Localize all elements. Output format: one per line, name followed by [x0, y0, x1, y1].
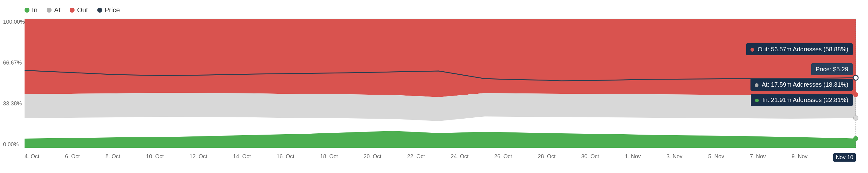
x-label-8: 20. Oct: [364, 153, 381, 162]
area-at: [25, 93, 856, 121]
legend-item-out: Out: [70, 6, 88, 14]
x-label-16: 5. Nov: [708, 153, 724, 162]
chart-svg: [25, 19, 856, 148]
x-label-6: 16. Oct: [276, 153, 294, 162]
y-label-67: 66.67%: [3, 60, 25, 66]
tooltip-dot-at: [755, 83, 758, 87]
x-label-18: 9. Nov: [792, 153, 808, 162]
legend-label-at: At: [54, 6, 60, 14]
legend-dot-in: [25, 8, 29, 12]
in-dot: [853, 136, 858, 141]
tooltip-dot-in: [755, 98, 759, 102]
area-out: [25, 19, 856, 97]
tooltip-in-label: In: 21.91m Addresses (22.81%): [763, 96, 848, 103]
legend-label-in: In: [32, 6, 37, 14]
legend-label-price: Price: [105, 6, 120, 14]
tooltip-at: At: 17.59m Addresses (18.31%): [750, 79, 852, 91]
tooltip-out: Out: 56.57m Addresses (58.88%): [746, 43, 852, 55]
x-label-4: 12. Oct: [190, 153, 208, 162]
x-label-9: 22. Oct: [407, 153, 425, 162]
tooltip-at-label: At: 17.59m Addresses (18.31%): [762, 81, 848, 88]
x-label-1: 6. Oct: [65, 153, 80, 162]
x-label-7: 18. Oct: [320, 153, 338, 162]
tooltip-price: Price: $5.29: [811, 63, 852, 75]
tooltip-price-label: Price: $5.29: [815, 66, 848, 73]
tooltip-out-label: Out: 56.57m Addresses (58.88%): [757, 46, 848, 53]
chart-legend: In At Out Price: [25, 6, 856, 14]
out-dot: [853, 92, 858, 97]
x-label-17: 7. Nov: [750, 153, 766, 162]
chart-container: In At Out Price 100.00% 66.67% 33.38% 0.…: [0, 0, 868, 173]
chart-area: 100.00% 66.67% 33.38% 0.00% $6 $5 $4: [25, 19, 856, 148]
legend-item-at: At: [46, 6, 60, 14]
legend-dot-price: [97, 8, 102, 12]
y-label-100: 100.00%: [3, 19, 25, 25]
x-label-14: 1. Nov: [625, 153, 641, 162]
x-label-12: 28. Oct: [538, 153, 556, 162]
y-axis-left: 100.00% 66.67% 33.38% 0.00%: [3, 19, 25, 148]
legend-label-out: Out: [77, 6, 88, 14]
x-label-15: 3. Nov: [666, 153, 682, 162]
x-label-11: 26. Oct: [494, 153, 512, 162]
x-label-highlighted: Nov 10: [833, 153, 856, 162]
x-label-2: 8. Oct: [105, 153, 120, 162]
tooltip-in: In: 21.91m Addresses (22.81%): [751, 94, 852, 106]
area-in: [25, 131, 856, 148]
tooltip-dot-out: [750, 48, 754, 52]
x-label-3: 10. Oct: [146, 153, 164, 162]
y-label-0: 0.00%: [3, 141, 25, 148]
legend-item-in: In: [25, 6, 37, 14]
x-label-13: 30. Oct: [582, 153, 599, 162]
price-dot: [853, 75, 858, 80]
x-label-10: 24. Oct: [451, 153, 468, 162]
legend-dot-at: [46, 8, 52, 12]
x-label-0: 4. Oct: [25, 153, 39, 162]
legend-dot-out: [70, 8, 74, 12]
x-label-5: 14. Oct: [233, 153, 251, 162]
x-axis: 4. Oct 6. Oct 8. Oct 10. Oct 12. Oct 14.…: [25, 153, 856, 162]
y-label-33: 33.38%: [3, 100, 25, 107]
at-dot: [853, 116, 858, 120]
legend-item-price: Price: [97, 6, 120, 14]
